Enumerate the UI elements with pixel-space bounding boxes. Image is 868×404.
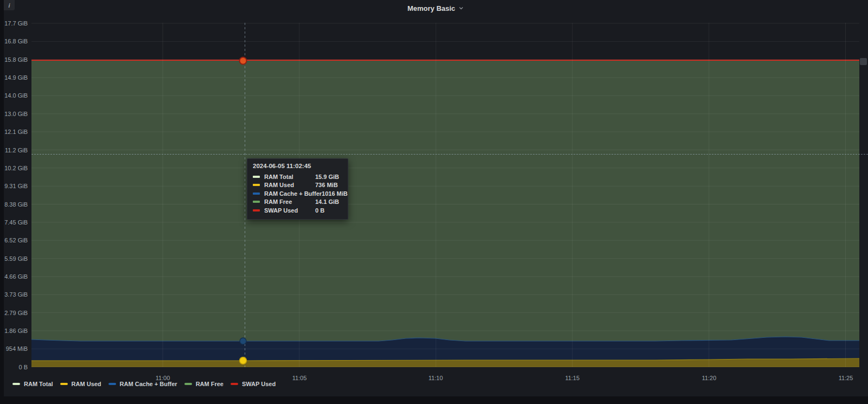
panel-header: Memory Basic	[4, 0, 868, 16]
panel-title-menu[interactable]: Memory Basic	[407, 4, 464, 12]
legend-label: RAM Total	[24, 380, 53, 388]
y-tick: 3.73 GiB	[4, 291, 28, 298]
tooltip-row: RAM Used 736 MiB	[253, 181, 342, 190]
series-swatch	[231, 383, 238, 385]
memory-basic-panel: i Memory Basic 17.7 GiB 16.8 GiB 15.8 Gi…	[4, 0, 868, 396]
chart-legend: RAM Total RAM Used RAM Cache + Buffer RA…	[12, 380, 276, 388]
y-tick: 8.38 GiB	[4, 201, 28, 208]
legend-item-ram-total[interactable]: RAM Total	[12, 380, 53, 388]
tooltip-series-value: 1016 MiB	[322, 190, 348, 197]
y-tick: 16.8 GiB	[4, 37, 28, 45]
y-tick: 15.8 GiB	[4, 56, 28, 63]
legend-item-ram-used[interactable]: RAM Used	[60, 380, 101, 388]
series-swatch	[12, 383, 20, 385]
series-swatch	[253, 209, 260, 211]
series-swatch	[60, 383, 68, 385]
tooltip-series-label: SWAP Used	[264, 207, 315, 214]
y-tick: 5.59 GiB	[4, 255, 28, 262]
tooltip-row: SWAP Used 0 B	[253, 206, 342, 215]
ram-free-area	[31, 60, 859, 367]
chart-tooltip: 2024-06-05 11:02:45 RAM Total 15.9 GiB R…	[247, 158, 348, 220]
tooltip-series-label: RAM Cache + Buffer	[264, 190, 322, 197]
tooltip-series-value: 14.1 GiB	[315, 198, 342, 205]
y-tick: 954 MiB	[4, 345, 28, 352]
legend-label: SWAP Used	[242, 380, 276, 388]
y-tick: 2.79 GiB	[4, 309, 28, 317]
legend-label: RAM Used	[72, 380, 101, 388]
series-swatch	[253, 176, 260, 178]
x-tick: 11:25	[834, 374, 858, 382]
chart-plot-area[interactable]	[31, 23, 859, 367]
panel-title: Memory Basic	[407, 4, 455, 12]
tooltip-series-label: RAM Free	[264, 198, 315, 205]
y-tick: 13.0 GiB	[4, 110, 28, 118]
crosshair-horizontal	[31, 154, 868, 155]
y-tick: 1.86 GiB	[4, 327, 28, 335]
tooltip-series-label: RAM Total	[264, 174, 315, 180]
swap-hover-point	[240, 57, 247, 65]
y-tick: 14.9 GiB	[4, 74, 28, 81]
tooltip-series-value: 0 B	[315, 207, 342, 214]
tooltip-timestamp: 2024-06-05 11:02:45	[253, 163, 342, 169]
series-swatch	[253, 184, 260, 186]
y-tick: 9.31 GiB	[4, 182, 28, 190]
legend-item-swap-used[interactable]: SWAP Used	[231, 380, 276, 388]
legend-label: RAM Cache + Buffer	[120, 380, 177, 388]
y-tick: 10.2 GiB	[4, 164, 28, 172]
y-tick: 6.52 GiB	[4, 236, 28, 244]
y-tick: 7.45 GiB	[4, 219, 28, 226]
tooltip-row: RAM Total 15.9 GiB	[253, 172, 342, 181]
tooltip-row: RAM Free 14.1 GiB	[253, 198, 342, 207]
series-swatch	[108, 383, 116, 385]
tooltip-series-value: 15.9 GiB	[315, 174, 342, 180]
scrollbar-thumb[interactable]	[860, 58, 867, 65]
tooltip-row: RAM Cache + Buffer 1016 MiB	[253, 189, 342, 198]
y-tick: 11.2 GiB	[4, 146, 28, 154]
legend-item-ram-free[interactable]: RAM Free	[184, 380, 224, 388]
y-tick: 0 B	[4, 363, 28, 371]
x-tick: 11:20	[697, 374, 721, 382]
used-hover-point	[240, 357, 247, 364]
memory-chart	[31, 23, 859, 367]
y-tick: 17.7 GiB	[4, 20, 28, 27]
y-tick: 4.66 GiB	[4, 273, 28, 280]
tooltip-series-value: 736 MiB	[315, 182, 342, 188]
cache-hover-point	[240, 338, 246, 344]
x-tick: 11:10	[424, 374, 448, 382]
legend-label: RAM Free	[196, 380, 224, 388]
y-tick: 14.0 GiB	[4, 92, 28, 99]
chevron-down-icon	[458, 5, 464, 11]
tooltip-series-label: RAM Used	[264, 182, 315, 188]
y-tick: 12.1 GiB	[4, 128, 28, 136]
series-swatch	[184, 383, 192, 385]
x-tick: 11:05	[288, 374, 311, 382]
x-tick: 11:15	[560, 374, 584, 382]
legend-item-ram-cache-buffer[interactable]: RAM Cache + Buffer	[108, 380, 177, 388]
series-swatch	[253, 193, 260, 195]
series-swatch	[253, 201, 260, 203]
